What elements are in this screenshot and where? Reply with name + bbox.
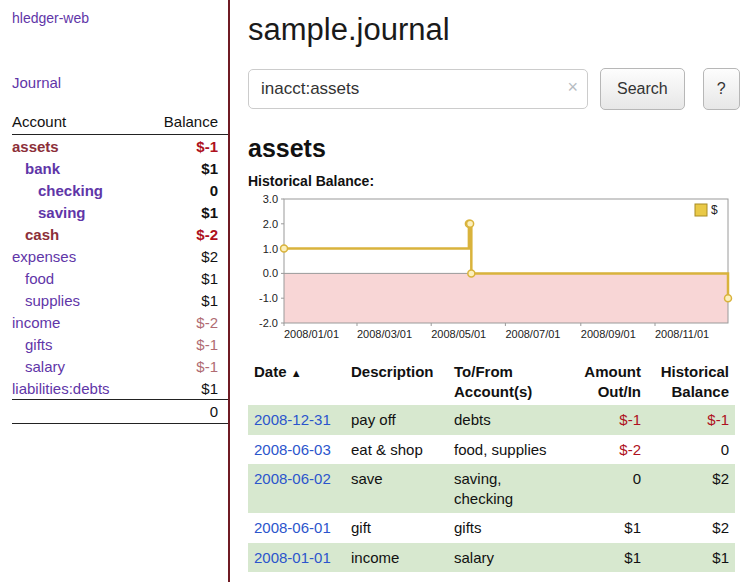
account-link[interactable]: expenses — [12, 248, 76, 265]
transaction-accounts: saving, checking — [448, 464, 563, 513]
transaction-amount: $-1 — [563, 405, 647, 435]
account-row: liabilities:debts $1 — [12, 377, 228, 400]
page-title: sample.journal — [248, 12, 734, 48]
register-header-date[interactable]: Date ▲ — [248, 358, 345, 405]
transaction-balance: $2 — [647, 464, 735, 513]
transaction-description: pay off — [345, 405, 448, 435]
account-row: checking 0 — [12, 179, 228, 201]
sort-asc-icon: ▲ — [291, 367, 302, 379]
svg-text:$: $ — [711, 203, 718, 217]
account-link[interactable]: bank — [12, 160, 60, 177]
transaction-amount: $1 — [563, 513, 647, 543]
svg-text:1.0: 1.0 — [263, 243, 278, 255]
account-row: supplies $1 — [12, 289, 228, 311]
transaction-balance: $-1 — [647, 405, 735, 435]
transaction-description: eat & shop — [345, 435, 448, 465]
svg-text:2008/07/01: 2008/07/01 — [505, 328, 560, 340]
transaction-date-link[interactable]: 2008-12-31 — [254, 411, 331, 428]
account-link[interactable]: food — [12, 270, 54, 287]
accounts-table: Account Balance assets $-1 bank $1 — [12, 111, 228, 424]
register-table: Date ▲ Description To/From Account(s) Am… — [248, 358, 735, 572]
account-link[interactable]: gifts — [12, 336, 53, 353]
transaction-amount: $-2 — [563, 435, 647, 465]
account-link[interactable]: salary — [12, 358, 65, 375]
register-header-row: Date ▲ Description To/From Account(s) Am… — [248, 358, 735, 405]
account-balance: $-2 — [142, 311, 228, 333]
register-header-balance: Historical Balance — [647, 358, 735, 405]
svg-text:-1.0: -1.0 — [259, 292, 278, 304]
svg-text:0.0: 0.0 — [263, 267, 278, 279]
account-balance: $-1 — [142, 355, 228, 377]
account-balance: $1 — [142, 157, 228, 179]
register-header-amount: Amount Out/In — [563, 358, 647, 405]
svg-text:2.0: 2.0 — [263, 218, 278, 230]
account-link[interactable]: supplies — [12, 292, 80, 309]
account-balance: $-1 — [142, 333, 228, 355]
transaction-description: save — [345, 464, 448, 513]
svg-text:3.0: 3.0 — [263, 193, 278, 205]
account-balance: $1 — [142, 377, 228, 400]
svg-text:2008/09/01: 2008/09/01 — [581, 328, 636, 340]
transaction-description: income — [345, 543, 448, 573]
transaction-amount: $1 — [563, 543, 647, 573]
transaction-balance: $1 — [647, 543, 735, 573]
svg-text:2008/01/01: 2008/01/01 — [284, 328, 339, 340]
transaction-accounts: food, supplies — [448, 435, 563, 465]
account-balance: $1 — [142, 289, 228, 311]
transaction-date-link[interactable]: 2008-06-01 — [254, 519, 331, 536]
account-link[interactable]: assets — [12, 138, 59, 155]
svg-text:-2.0: -2.0 — [259, 317, 278, 329]
main-content: sample.journal × Search ? assets Histori… — [230, 0, 742, 582]
accounts-total-row: 0 — [12, 400, 228, 424]
hledger-web-window: hledger-web Journal Account Balance asse… — [0, 0, 742, 582]
account-heading: assets — [248, 134, 734, 163]
nav-journal-link[interactable]: Journal — [12, 74, 61, 91]
clear-search-icon[interactable]: × — [567, 77, 578, 98]
search-input[interactable] — [248, 69, 588, 109]
account-link[interactable]: income — [12, 314, 60, 331]
svg-text:2008/05/01: 2008/05/01 — [431, 328, 486, 340]
account-row: gifts $-1 — [12, 333, 228, 355]
search-bar: × Search ? — [248, 68, 734, 110]
account-row: expenses $2 — [12, 245, 228, 267]
account-balance: $1 — [142, 267, 228, 289]
transaction-accounts: debts — [448, 405, 563, 435]
svg-text:2008/03/01: 2008/03/01 — [357, 328, 412, 340]
account-row: assets $-1 — [12, 135, 228, 158]
svg-text:2008/11/01: 2008/11/01 — [655, 328, 709, 340]
account-link[interactable]: checking — [12, 182, 103, 199]
accounts-header-account: Account — [12, 111, 142, 135]
chart-title: Historical Balance: — [248, 173, 734, 189]
historical-balance-chart: 3.02.01.00.0-1.0-2.02008/01/012008/03/01… — [248, 193, 734, 343]
help-button[interactable]: ? — [703, 68, 740, 110]
transaction-date-link[interactable]: 2008-01-01 — [254, 549, 331, 566]
account-row: bank $1 — [12, 157, 228, 179]
account-balance: $-1 — [142, 135, 228, 158]
account-balance: $1 — [142, 201, 228, 223]
transaction-amount: 0 — [563, 464, 647, 513]
transaction-row: 2008-06-02 save saving, checking 0 $2 — [248, 464, 735, 513]
transaction-row: 2008-06-03 eat & shop food, supplies $-2… — [248, 435, 735, 465]
transaction-balance: 0 — [647, 435, 735, 465]
account-link[interactable]: liabilities:debts — [12, 380, 110, 397]
app-title[interactable]: hledger-web — [12, 10, 228, 26]
search-button[interactable]: Search — [600, 68, 685, 110]
transaction-row: 2008-06-01 gift gifts $1 $2 — [248, 513, 735, 543]
account-balance: 0 — [142, 179, 228, 201]
account-row: food $1 — [12, 267, 228, 289]
transaction-date-link[interactable]: 2008-06-03 — [254, 441, 331, 458]
account-link[interactable]: saving — [12, 204, 86, 221]
account-row: income $-2 — [12, 311, 228, 333]
transaction-date-link[interactable]: 2008-06-02 — [254, 470, 331, 487]
register-header-description: Description — [345, 358, 448, 405]
account-row: cash $-2 — [12, 223, 228, 245]
accounts-total: 0 — [142, 400, 228, 424]
account-link[interactable]: cash — [12, 226, 59, 243]
transaction-accounts: salary — [448, 543, 563, 573]
transaction-description: gift — [345, 513, 448, 543]
transaction-row: 2008-12-31 pay off debts $-1 $-1 — [248, 405, 735, 435]
account-balance: $2 — [142, 245, 228, 267]
account-row: saving $1 — [12, 201, 228, 223]
register-header-accounts: To/From Account(s) — [448, 358, 563, 405]
transaction-row: 2008-01-01 income salary $1 $1 — [248, 543, 735, 573]
